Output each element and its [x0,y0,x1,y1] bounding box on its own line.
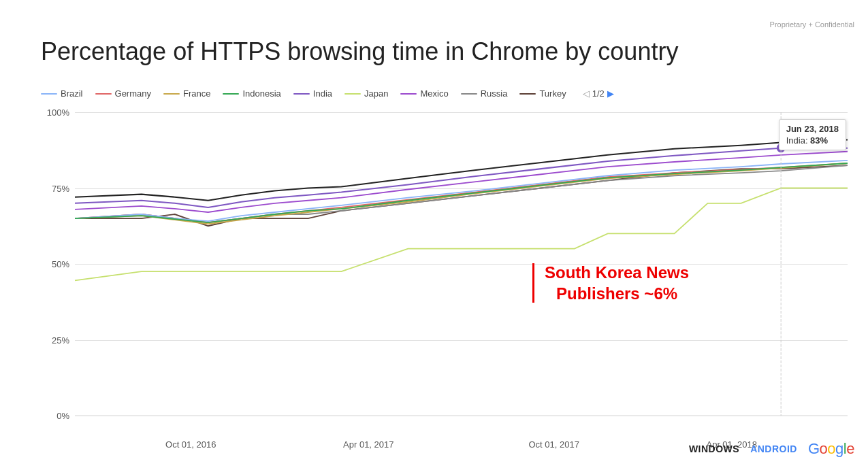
legend-color-japan [344,93,361,95]
tooltip-date: Jun 23, 2018 [786,124,839,134]
watermark: Proprietary + Confidential [770,20,854,29]
annotation-text: South Korea News Publishers ~6% [545,262,689,304]
legend-label-germany: Germany [115,88,151,99]
legend-item-indonesia: Indonesia [223,88,280,99]
legend-label-turkey: Turkey [539,88,566,99]
legend-color-france [163,93,180,95]
legend-item-mexico: Mexico [400,88,448,99]
legend-color-turkey [519,93,536,95]
tooltip-country: India [786,135,805,146]
footer-windows: WINDOWS [689,443,739,454]
chart-tooltip: Jun 23, 2018 India: 83% [779,119,846,150]
y-axis: 100% 75% 50% 25% 0% [41,112,75,416]
google-logo: Google [808,440,854,458]
y-label-50: 50% [52,259,69,269]
legend-navigation: ◁ 1/2 ▶ [583,88,614,99]
annotation-south-korea: South Korea News Publishers ~6% [538,262,689,304]
legend-item-brazil: Brazil [41,88,83,99]
legend-label-india: India [313,88,332,99]
y-label-25: 25% [52,335,69,345]
legend-label-mexico: Mexico [420,88,448,99]
legend-label-france: France [183,88,210,99]
legend-item-japan: Japan [344,88,388,99]
y-label-75: 75% [52,183,69,193]
legend-prev-button[interactable]: ◁ [583,88,590,99]
legend-label-indonesia: Indonesia [242,88,280,99]
page-title: Percentage of HTTPS browsing time in Chr… [41,37,678,66]
legend-color-russia [461,93,477,95]
y-label-100: 100% [47,107,69,118]
legend-color-mexico [400,93,417,95]
chart-svg [75,112,848,416]
legend-page-indicator: 1/2 [592,88,605,99]
chart-legend: Brazil Germany France Indonesia India Ja… [41,88,614,99]
footer: WINDOWS ANDROID Google [689,440,854,458]
y-label-0: 0% [57,411,69,421]
chart-inner: Jun 23, 2018 India: 83% South Korea News… [75,112,848,416]
legend-label-brazil: Brazil [61,88,83,99]
legend-item-turkey: Turkey [519,88,566,99]
chart-area: 100% 75% 50% 25% 0% [41,112,848,416]
legend-label-russia: Russia [481,88,508,99]
x-label-oct2017: Oct 01, 2017 [528,439,579,450]
x-label-oct2016: Oct 01, 2016 [165,439,216,450]
legend-item-germany: Germany [95,88,151,99]
legend-item-india: India [293,88,332,99]
legend-color-germany [95,93,112,95]
x-label-apr2017: Apr 01, 2017 [343,439,393,450]
legend-item-russia: Russia [461,88,508,99]
annotation-bar [532,263,534,303]
legend-color-india [293,93,310,95]
legend-color-indonesia [223,93,239,95]
legend-color-brazil [41,93,57,95]
legend-next-button[interactable]: ▶ [607,88,614,99]
legend-item-france: France [163,88,210,99]
footer-android: ANDROID [750,443,797,454]
legend-label-japan: Japan [364,88,388,99]
tooltip-pct: 83% [810,135,828,146]
tooltip-value: India: 83% [786,135,839,146]
